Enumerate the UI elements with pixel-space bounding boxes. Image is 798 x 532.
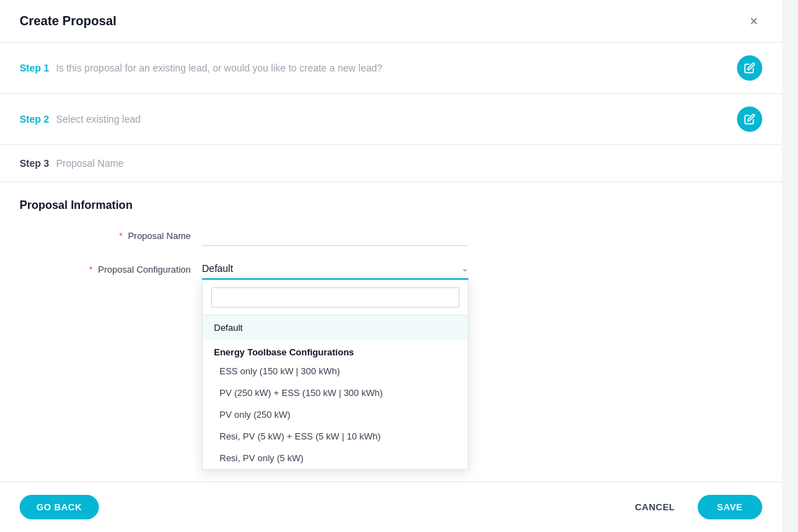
modal-title: Create Proposal (20, 14, 116, 29)
proposal-configuration-dropdown[interactable]: Default ⌄ Default Energy Toolbase Config… (202, 259, 468, 280)
dropdown-selected-value[interactable]: Default ⌄ (202, 259, 468, 280)
footer-right-actions: CANCEL SAVE (623, 495, 762, 519)
step-2-desc: Select existing lead (56, 114, 141, 125)
dropdown-search-area (203, 280, 468, 315)
step-2-row: Step 2 Select existing lead (0, 94, 782, 145)
step-3-desc: Proposal Name (56, 158, 124, 169)
edit-icon-2 (744, 114, 755, 125)
dropdown-current-value: Default (202, 263, 233, 274)
chevron-down-icon: ⌄ (461, 264, 468, 273)
go-back-button[interactable]: GO BACK (20, 495, 99, 519)
step-1-desc: Is this proposal for an existing lead, o… (56, 62, 382, 74)
edit-icon (744, 62, 755, 74)
step-3-num: Step 3 (20, 158, 49, 169)
dropdown-item-resi-pv-ess[interactable]: Resi, PV (5 kW) + ESS (5 kW | 10 kWh) (203, 425, 468, 447)
step-2-edit-button[interactable] (737, 107, 762, 132)
step-1-num: Step 1 (20, 62, 49, 74)
proposal-configuration-row: * Proposal Configuration Default ⌄ (20, 259, 762, 280)
cancel-button[interactable]: CANCEL (623, 495, 686, 519)
close-button[interactable]: × (745, 13, 762, 29)
modal-dialog: Create Proposal × Step 1 Is this proposa… (0, 0, 782, 532)
modal-footer: GO BACK CANCEL SAVE (0, 482, 782, 532)
dropdown-search-input[interactable] (211, 287, 459, 308)
modal-overlay: Create Proposal × Step 1 Is this proposa… (0, 0, 798, 532)
proposal-name-row: * Proposal Name (20, 226, 762, 246)
proposal-name-label: * Proposal Name (20, 231, 202, 241)
dropdown-item-pv-only[interactable]: PV only (250 kW) (203, 404, 468, 425)
step-1-edit-button[interactable] (737, 55, 762, 81)
step-3-label: Step 3 Proposal Name (20, 158, 123, 169)
step-1-label: Step 1 Is this proposal for an existing … (20, 62, 382, 74)
proposal-name-required: * (119, 231, 123, 241)
proposal-config-required: * (89, 264, 93, 275)
dropdown-item-default[interactable]: Default (203, 315, 468, 340)
dropdown-item-resi-pv-only[interactable]: Resi, PV only (5 kW) (203, 447, 468, 469)
dropdown-item-pv-ess[interactable]: PV (250 kW) + ESS (150 kW | 300 kWh) (203, 382, 468, 404)
section-title: Proposal Information (20, 199, 762, 212)
proposal-configuration-label: * Proposal Configuration (20, 264, 202, 275)
step-2-num: Step 2 (20, 114, 49, 125)
modal-header: Create Proposal × (0, 0, 782, 43)
step-2-label: Step 2 Select existing lead (20, 114, 141, 125)
dropdown-group-label-energy-toolbase: Energy Toolbase Configurations (203, 340, 468, 360)
dropdown-panel: Default Energy Toolbase Configurations E… (202, 280, 468, 470)
proposal-name-input[interactable] (202, 226, 468, 246)
step-3-row: Step 3 Proposal Name (0, 145, 782, 182)
dropdown-item-ess-only[interactable]: ESS only (150 kW | 300 kWh) (203, 360, 468, 382)
background-content (782, 0, 798, 532)
proposal-info-section: Proposal Information * Proposal Name * P… (0, 182, 782, 280)
step-1-row: Step 1 Is this proposal for an existing … (0, 43, 782, 94)
save-button[interactable]: SAVE (698, 495, 762, 519)
